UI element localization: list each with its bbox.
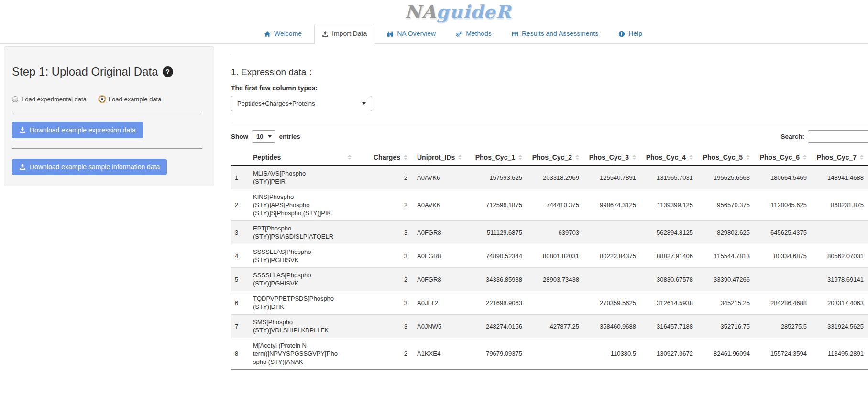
sort-icon[interactable] — [632, 155, 636, 160]
table-row[interactable]: 1MLISAVS[Phospho (STY)]PEIR2A0AVK6157593… — [231, 166, 868, 189]
cell-row-index: 4 — [231, 244, 248, 268]
column-header-phos-cyc-4[interactable]: Phos_Cyc_4 — [641, 149, 698, 166]
cell-phos-cyc-6 — [755, 268, 812, 291]
cell-phos-cyc-2: 80801.82031 — [527, 244, 584, 268]
cell-charge: 2 — [356, 268, 412, 291]
cell-phos-cyc-5: 352716.75 — [698, 315, 755, 338]
tab-results-and-assessments[interactable]: Results and Assessments — [504, 24, 606, 44]
cell-uniprot-id: A0FGR8 — [412, 244, 472, 268]
column-header-phos-cyc-7[interactable]: Phos_Cyc_7 — [812, 149, 868, 166]
radio-load-experimental-data[interactable]: Load experimental data — [12, 96, 87, 103]
radio-unchecked-icon[interactable] — [12, 96, 18, 102]
cell-phos-cyc-7: 80562.07031 — [812, 244, 868, 268]
cell-phos-cyc-5: 33390.47266 — [698, 268, 755, 291]
table-row[interactable]: 8M[Acetyl (Protein N-term)]NPVYSPGSSGVPY… — [231, 338, 868, 370]
cell-phos-cyc-1: 34336.85938 — [472, 268, 527, 291]
sort-icon[interactable] — [348, 155, 352, 160]
cell-phos-cyc-5: 82461.96094 — [698, 338, 755, 370]
tab-label: Import Data — [332, 29, 367, 38]
cell-phos-cyc-3: 80222.84375 — [584, 244, 641, 268]
tab-na-overview[interactable]: NA Overview — [379, 24, 443, 44]
divider — [231, 124, 868, 124]
column-header-charges[interactable]: Charges — [356, 149, 412, 166]
cell-charge: 2 — [356, 189, 412, 221]
cell-peptide: SSSSLLAS[Phospho (STY)]PGHISVK — [248, 244, 356, 268]
sort-icon[interactable] — [404, 155, 407, 160]
question-icon[interactable] — [163, 66, 173, 77]
panel-title: Step 1: Upload Original Data — [12, 65, 202, 78]
chevron-down-icon — [362, 102, 366, 105]
cell-phos-cyc-3 — [584, 221, 641, 244]
cell-phos-cyc-6: 284286.4688 — [755, 291, 812, 315]
cell-phos-cyc-1: 221698.9063 — [472, 291, 527, 315]
cell-phos-cyc-6: 155724.3594 — [755, 338, 812, 370]
column-header-phos-cyc-2[interactable]: Phos_Cyc_2 — [527, 149, 584, 166]
cell-row-index: 8 — [231, 338, 248, 370]
cell-row-index: 3 — [231, 221, 248, 244]
tab-label: Methods — [466, 29, 492, 38]
table-row[interactable]: 6TQDPVPPETPSDS[Phospho (STY)]DHK3A0JLT22… — [231, 291, 868, 315]
column-header-phos-cyc-5[interactable]: Phos_Cyc_5 — [698, 149, 755, 166]
cell-phos-cyc-6: 285275.5 — [755, 315, 812, 338]
divider — [12, 148, 202, 149]
cell-phos-cyc-5: 115544.7813 — [698, 244, 755, 268]
table-row[interactable]: 5SSSSLLAS[Phospho (STY)]PGHISVK2A0FGR834… — [231, 268, 868, 291]
tab-import-data[interactable]: Import Data — [314, 24, 374, 44]
cell-phos-cyc-7: 860231.875 — [812, 189, 868, 221]
button-label: Download example sample information data — [30, 163, 160, 171]
page-length-select[interactable]: 10 — [252, 130, 275, 143]
tab-help[interactable]: Help — [611, 24, 650, 44]
sort-icon[interactable] — [860, 155, 864, 160]
cell-charge: 3 — [356, 244, 412, 268]
cell-phos-cyc-4: 88827.91406 — [641, 244, 698, 268]
table-row[interactable]: 4SSSSLLAS[Phospho (STY)]PGHISVK3A0FGR874… — [231, 244, 868, 268]
column-header-phos-cyc-3[interactable]: Phos_Cyc_3 — [584, 149, 641, 166]
cell-phos-cyc-2 — [527, 338, 584, 370]
cell-phos-cyc-4: 30830.67578 — [641, 268, 698, 291]
radio-load-example-data[interactable]: Load example data — [99, 96, 162, 103]
tab-methods[interactable]: Methods — [448, 24, 499, 44]
cell-phos-cyc-6: 645625.4375 — [755, 221, 812, 244]
cell-peptide: MLISAVS[Phospho (STY)]PEIR — [248, 166, 356, 189]
cell-phos-cyc-2: 203318.2969 — [527, 166, 584, 189]
download-icon — [19, 127, 26, 133]
column-header-uniprot-ids[interactable]: Uniprot_IDs — [412, 149, 472, 166]
column-header-phos-cyc-6[interactable]: Phos_Cyc_6 — [755, 149, 812, 166]
table-row[interactable]: 7SMS[Phospho (STY)]VDLSHIPLKDPLLFK3A0JNW… — [231, 315, 868, 338]
download-sample-info-button[interactable]: Download example sample information data — [12, 159, 167, 175]
cell-phos-cyc-1: 248274.0156 — [472, 315, 527, 338]
divider — [12, 112, 202, 112]
table-row[interactable]: 2KINS[Phospho (STY)]APS[Phospho (STY)]S[… — [231, 189, 868, 221]
tab-welcome[interactable]: Welcome — [256, 24, 309, 44]
column-types-select[interactable]: Peptides+Charges+Proteins — [231, 96, 372, 111]
column-header-label: Uniprot_IDs — [417, 154, 455, 161]
sort-icon[interactable] — [689, 155, 693, 160]
entries-label: entries — [279, 133, 300, 140]
show-label: Show — [231, 133, 248, 140]
table-search-input[interactable] — [808, 130, 868, 143]
column-header-label: Phos_Cyc_6 — [760, 154, 800, 161]
row-index-header — [231, 149, 248, 166]
radio-checked-icon[interactable] — [99, 96, 105, 102]
cell-uniprot-id: A0AVK6 — [412, 166, 472, 189]
cell-phos-cyc-3: 110380.5 — [584, 338, 641, 370]
cell-phos-cyc-4: 562894.8125 — [641, 221, 698, 244]
sort-icon[interactable] — [803, 155, 807, 160]
page-length-control: Show 10 entries — [231, 130, 300, 143]
column-types-selected-value: Peptides+Charges+Proteins — [237, 100, 315, 107]
column-header-peptides[interactable]: Peptides — [248, 149, 356, 166]
download-expression-data-button[interactable]: Download example expression data — [12, 122, 143, 138]
column-header-label: Phos_Cyc_2 — [532, 154, 572, 161]
cell-phos-cyc-2: 744410.375 — [527, 189, 584, 221]
cell-phos-cyc-1: 74890.52344 — [472, 244, 527, 268]
cell-phos-cyc-7 — [812, 221, 868, 244]
sort-icon[interactable] — [458, 155, 462, 160]
sort-icon[interactable] — [575, 155, 579, 160]
tab-label: Welcome — [274, 29, 302, 38]
home-icon — [264, 31, 271, 37]
table-row[interactable]: 3EPT[Phospho (STY)]PSIASDISLPIATQELR3A0F… — [231, 221, 868, 244]
sort-icon[interactable] — [746, 155, 750, 160]
table-controls: Show 10 entries Search: — [231, 130, 868, 143]
sort-icon[interactable] — [518, 155, 522, 160]
column-header-phos-cyc-1[interactable]: Phos_Cyc_1 — [472, 149, 527, 166]
